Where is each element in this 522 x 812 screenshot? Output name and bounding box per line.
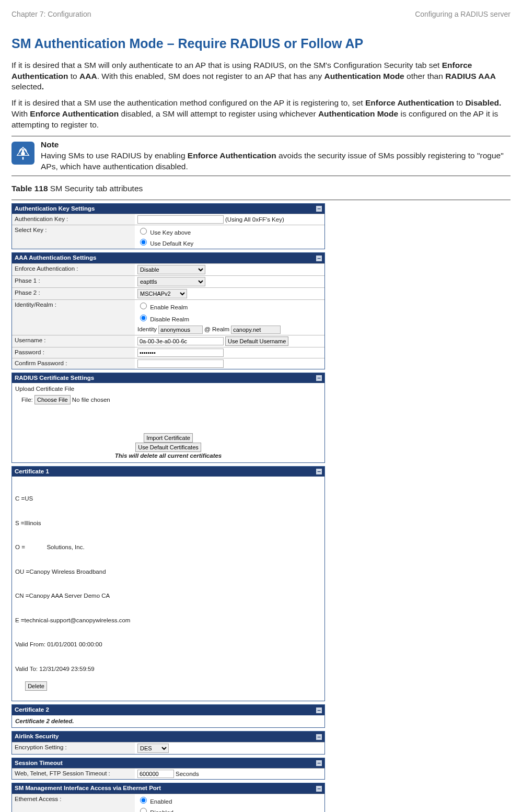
panel-title: AAA Authentication Settings	[15, 254, 96, 262]
running-header: Chapter 7: Configuration Configuring a R…	[11, 9, 511, 19]
ethernet-disabled-radio[interactable]: Disabled	[137, 806, 173, 812]
encryption-select[interactable]: DES	[137, 744, 169, 753]
panel-cert2: Certificate 2– Certificate 2 deleted.	[11, 704, 325, 728]
table-caption: Table 118 SM Security tab attributes	[11, 183, 511, 194]
enforce-auth-label: Enforce Authentication :	[12, 264, 135, 275]
phase2-select[interactable]: MSCHAPv2	[137, 289, 187, 298]
cert1-line: C =US	[15, 495, 321, 503]
confirm-password-label: Confirm Password :	[12, 358, 135, 369]
enforce-auth-select[interactable]: Disable	[137, 265, 205, 274]
file-label: File:	[21, 397, 33, 403]
panel-title: SM Management Interface Access via Ether…	[15, 784, 161, 793]
collapse-icon[interactable]: –	[316, 256, 322, 261]
encryption-label: Encryption Setting :	[12, 743, 135, 754]
identity-word: Identity	[137, 326, 157, 334]
auth-key-input[interactable]	[137, 215, 224, 224]
choose-file-button[interactable]: Choose File	[34, 395, 71, 404]
info-icon	[11, 142, 34, 165]
collapse-icon[interactable]: –	[316, 760, 322, 766]
collapse-icon[interactable]: –	[316, 206, 322, 212]
svg-rect-2	[22, 149, 24, 153]
panel-session-timeout: Session Timeout– Web, Telnet, FTP Sessio…	[11, 758, 325, 780]
collapse-icon[interactable]: –	[316, 469, 322, 474]
import-certificate-button[interactable]: Import Certificate	[144, 433, 193, 443]
cert1-line: S =Illinois	[15, 519, 321, 528]
username-label: Username :	[12, 335, 135, 347]
identity-input[interactable]	[158, 326, 203, 334]
realm-input[interactable]	[231, 326, 281, 334]
panel-title: Certificate 1	[15, 468, 49, 476]
panel-title: Authentication Key Settings	[15, 205, 95, 213]
phase1-select[interactable]: eapttls	[137, 277, 205, 286]
cert1-line: CN =Canopy AAA Server Demo CA	[15, 592, 321, 600]
cert1-line: O = Solutions, Inc.	[15, 543, 321, 552]
para-2: If it is desired that a SM use the authe…	[11, 98, 511, 131]
no-file-text: No file chosen	[72, 397, 110, 403]
note-heading: Note	[41, 140, 59, 149]
phase2-label: Phase 2 :	[12, 288, 135, 299]
panel-title: Certificate 2	[15, 706, 49, 714]
cert1-line: Valid From: 01/01/2001 00:00:00	[15, 641, 321, 649]
panel-airlink: Airlink Security– Encryption Setting : D…	[11, 731, 325, 755]
panel-sm-mgmt: SM Management Interface Access via Ether…	[11, 783, 325, 812]
cert2-deleted-text: Certificate 2 deleted.	[12, 715, 324, 728]
select-key-label: Select Key :	[12, 225, 135, 249]
panel-title: Airlink Security	[15, 733, 59, 741]
enable-realm-radio[interactable]: Enable Realm	[137, 301, 188, 312]
note-callout: Note Having SMs to use RADIUS by enablin…	[11, 136, 511, 176]
panel-aaa: AAA Authentication Settings– Enforce Aut…	[11, 252, 325, 369]
confirm-password-input[interactable]	[137, 359, 224, 368]
use-default-key-radio[interactable]: Use Default Key	[137, 237, 193, 248]
password-input[interactable]	[137, 349, 224, 357]
auth-key-label: Authentication Key :	[12, 214, 135, 225]
password-label: Password :	[12, 347, 135, 358]
panel-title: Session Timeout	[15, 759, 63, 768]
delete-cert1-button[interactable]: Delete	[25, 681, 47, 691]
seconds-unit: Seconds	[176, 770, 199, 779]
session-timeout-input[interactable]	[137, 770, 174, 778]
phase1-label: Phase 1 :	[12, 276, 135, 287]
panel-cert1: Certificate 1– C =US S =Illinois O = Sol…	[11, 466, 325, 702]
collapse-icon[interactable]: –	[316, 734, 322, 740]
session-timeout-label: Web, Telnet, FTP Session Timeout :	[12, 769, 135, 779]
cert1-line: OU =Canopy Wireless Broadband	[15, 568, 321, 576]
chapter-label: Chapter 7: Configuration	[11, 9, 91, 19]
panel-auth-key: Authentication Key Settings– Authenticat…	[11, 203, 325, 250]
page-title: SM Authentication Mode – Require RADIUS …	[11, 35, 511, 53]
use-default-certs-button[interactable]: Use Default Certificates	[135, 443, 201, 452]
at-realm-label: @ Realm	[204, 326, 229, 334]
para-1: If it is desired that a SM will only aut…	[11, 60, 511, 93]
delete-warning: This will delete all current certificate…	[15, 452, 321, 460]
ethernet-access-label: Ethernet Access :	[12, 794, 135, 812]
section-label: Configuring a RADIUS server	[415, 9, 511, 19]
upload-cert-label: Upload Certificate File	[15, 385, 321, 393]
collapse-icon[interactable]: –	[316, 786, 322, 792]
panel-title: RADIUS Certificate Settings	[15, 374, 94, 382]
disable-realm-radio[interactable]: Disable Realm	[137, 313, 189, 324]
note-text: Having SMs to use RADIUS by enabling Enf…	[41, 150, 506, 172]
cert1-line: Valid To: 12/31/2049 23:59:59	[15, 665, 321, 674]
collapse-icon[interactable]: –	[316, 707, 322, 713]
username-input[interactable]	[137, 337, 224, 345]
ethernet-enabled-radio[interactable]: Enabled	[137, 795, 173, 806]
use-key-above-radio[interactable]: Use Key above	[137, 226, 193, 237]
identity-realm-label: Identity/Realm :	[12, 300, 135, 335]
auth-key-hint: (Using All 0xFF's Key)	[225, 216, 284, 224]
panel-radius-cert: RADIUS Certificate Settings– Upload Cert…	[11, 373, 325, 463]
use-default-username-button[interactable]: Use Default Username	[225, 337, 288, 346]
security-tab-figure: Authentication Key Settings– Authenticat…	[11, 200, 511, 812]
collapse-icon[interactable]: –	[316, 375, 322, 381]
cert1-line: E =technical-support@canopywireless.com	[15, 617, 321, 625]
